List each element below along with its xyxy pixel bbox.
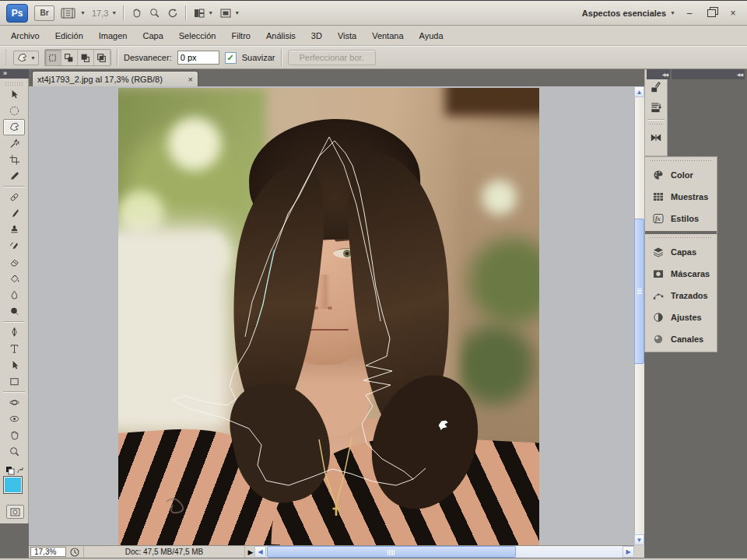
- dock-collapse-button[interactable]: ◀◀: [672, 69, 745, 79]
- polygonal-lasso-tool[interactable]: [3, 119, 25, 135]
- quick-mask-button[interactable]: [6, 505, 24, 519]
- 3d-orbit-tool[interactable]: [3, 411, 25, 427]
- tool-preset-picker[interactable]: ▼: [13, 51, 39, 65]
- elliptical-marquee-tool[interactable]: [3, 103, 25, 119]
- grip-handle[interactable]: [5, 82, 23, 86]
- grip-handle[interactable]: [649, 236, 713, 240]
- crop-tool[interactable]: [3, 152, 25, 168]
- scroll-up-button[interactable]: ▲: [634, 86, 644, 97]
- layers-panel-button[interactable]: Capas: [645, 241, 717, 263]
- move-tool[interactable]: [3, 86, 25, 103]
- restore-button[interactable]: [703, 6, 719, 20]
- scroll-down-button[interactable]: ▼: [634, 534, 644, 545]
- brushes-panel-button[interactable]: [645, 128, 667, 148]
- grip-handle[interactable]: [649, 123, 663, 126]
- foreground-color-swatch[interactable]: [4, 477, 22, 493]
- blur-tool[interactable]: [3, 287, 25, 303]
- masks-panel-icon: [654, 271, 663, 278]
- panel-list: Color Muestras Estilos Capas Máscaras: [644, 156, 717, 352]
- feather-input[interactable]: [177, 51, 219, 65]
- menu-capa[interactable]: Capa: [135, 28, 170, 44]
- version-cue-icon: [69, 547, 80, 558]
- zoom-level-control[interactable]: 17,3 ▼: [92, 9, 117, 18]
- chevron-down-icon: ▼: [208, 10, 213, 16]
- intersect-selection-button[interactable]: [94, 50, 110, 65]
- clone-source-panel-button[interactable]: [645, 77, 667, 97]
- scroll-right-button[interactable]: ▶: [622, 546, 634, 558]
- tools-panel-collapse-button[interactable]: »: [0, 69, 29, 79]
- chevron-down-icon: ▼: [30, 55, 36, 61]
- menu-ayuda[interactable]: Ayuda: [412, 28, 451, 44]
- history-icon: [651, 103, 661, 112]
- menu-bar: Archivo Edición Imagen Capa Selección Fi…: [0, 26, 747, 46]
- zoom-tool-shortcut[interactable]: [149, 7, 160, 19]
- adjustments-panel-icon: [654, 313, 662, 321]
- styles-panel-button[interactable]: Estilos: [645, 208, 717, 229]
- adjustments-panel-button[interactable]: Ajustes: [645, 306, 717, 328]
- add-to-selection-button[interactable]: [61, 50, 78, 65]
- antialias-checkbox[interactable]: ✓: [225, 52, 237, 64]
- 3d-rotate-tool[interactable]: [3, 394, 25, 411]
- vertical-scrollbar-thumb[interactable]: [634, 219, 644, 364]
- subtract-from-selection-button[interactable]: [78, 50, 94, 65]
- path-selection-tool[interactable]: [3, 357, 25, 373]
- paths-panel-button[interactable]: Trazados: [645, 285, 717, 306]
- color-panel-button[interactable]: Color: [645, 164, 717, 186]
- arrange-documents-button[interactable]: ▼: [193, 7, 213, 19]
- menu-analisis[interactable]: Análisis: [258, 28, 303, 44]
- close-button[interactable]: ×: [725, 6, 741, 20]
- antialias-label: Suavizar: [242, 53, 275, 62]
- zoom-percent-field[interactable]: 17,3%: [30, 547, 66, 557]
- default-colors-icon[interactable]: [5, 466, 24, 475]
- masks-panel-button[interactable]: Máscaras: [645, 263, 717, 285]
- new-selection-button[interactable]: [45, 50, 61, 65]
- hand-tool-shortcut[interactable]: [131, 7, 142, 19]
- menu-ventana[interactable]: Ventana: [364, 28, 411, 44]
- history-panel-button[interactable]: [645, 97, 667, 117]
- launch-bridge-button[interactable]: Br: [34, 5, 54, 21]
- menu-filtro[interactable]: Filtro: [223, 28, 258, 44]
- panel-label: Máscaras: [671, 269, 710, 278]
- clone-stamp-tool[interactable]: [3, 222, 25, 238]
- scroll-left-button[interactable]: ◀: [254, 546, 266, 558]
- menu-edicion[interactable]: Edición: [47, 28, 91, 44]
- horizontal-scrollbar[interactable]: ◀ ▶: [254, 546, 634, 558]
- photo-document[interactable]: [118, 88, 539, 545]
- canvas-area[interactable]: [29, 86, 634, 545]
- brush-tool[interactable]: [3, 205, 25, 222]
- horizontal-scrollbar-thumb[interactable]: [267, 546, 516, 558]
- burn-tool[interactable]: [3, 303, 25, 320]
- close-tab-icon[interactable]: ×: [188, 75, 193, 84]
- spot-healing-brush-tool[interactable]: [3, 189, 25, 205]
- grip-handle[interactable]: [5, 49, 8, 66]
- menu-imagen[interactable]: Imagen: [91, 28, 135, 44]
- workspace-switcher[interactable]: Aspectos esenciales ▼: [582, 9, 675, 18]
- rotate-view-button[interactable]: [167, 7, 179, 19]
- paint-bucket-tool[interactable]: [3, 271, 25, 287]
- type-tool[interactable]: [3, 341, 25, 357]
- zoom-tool[interactable]: [3, 443, 25, 460]
- magic-wand-tool[interactable]: [3, 135, 25, 152]
- rectangle-tool[interactable]: [3, 373, 25, 390]
- eraser-tool[interactable]: [3, 254, 25, 271]
- minimize-button[interactable]: –: [682, 6, 697, 20]
- panel-label: Color: [671, 170, 693, 180]
- history-brush-tool[interactable]: [3, 238, 25, 254]
- menu-3d[interactable]: 3D: [303, 28, 330, 44]
- background-window: [118, 232, 223, 426]
- pen-tool[interactable]: [3, 324, 25, 341]
- view-extras-button[interactable]: ▼: [61, 7, 86, 19]
- chevron-down-icon: ▼: [111, 10, 117, 16]
- channels-panel-button[interactable]: Canales: [645, 328, 717, 350]
- document-tab[interactable]: xt4j1793_2.jpg al 17,3% (RGB/8) ×: [32, 71, 198, 86]
- eyedropper-tool[interactable]: [3, 168, 25, 184]
- refine-edge-button[interactable]: Perfeccionar bor.: [288, 50, 376, 65]
- dock-collapse-button[interactable]: ◀◀: [647, 69, 670, 79]
- grip-handle[interactable]: [649, 159, 713, 163]
- menu-vista[interactable]: Vista: [330, 28, 364, 44]
- menu-seleccion[interactable]: Selección: [171, 28, 224, 44]
- screen-mode-button[interactable]: ▼: [219, 7, 240, 19]
- menu-archivo[interactable]: Archivo: [3, 28, 47, 44]
- swatches-panel-button[interactable]: Muestras: [645, 186, 717, 208]
- hand-tool[interactable]: [3, 427, 25, 443]
